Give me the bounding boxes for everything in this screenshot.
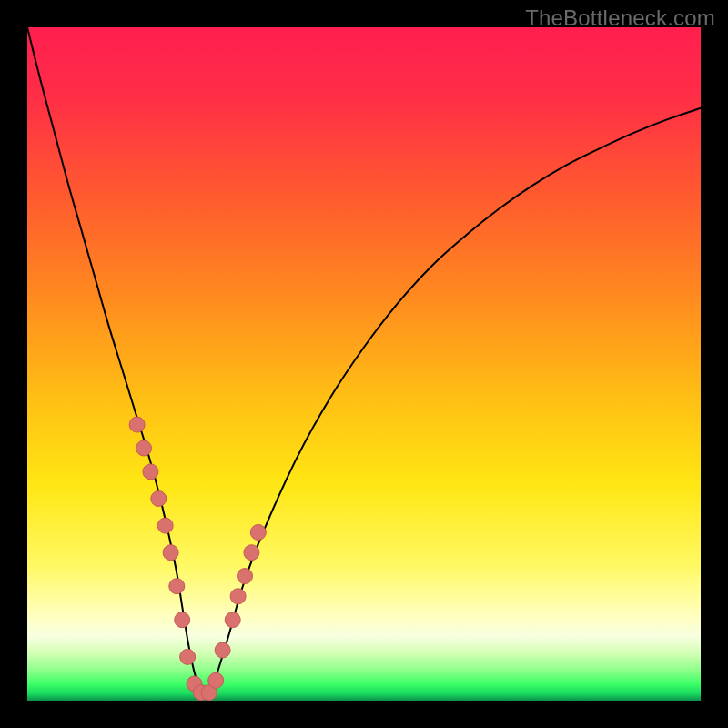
- marker-point: [143, 464, 158, 480]
- marker-point: [151, 491, 167, 507]
- marker-point: [238, 569, 253, 584]
- marker-point: [244, 545, 259, 561]
- marker-point: [129, 417, 145, 432]
- marker-point: [136, 440, 152, 456]
- marker-point: [175, 612, 190, 628]
- marker-point: [225, 612, 240, 628]
- marker-point: [180, 649, 196, 664]
- watermark-text: TheBottleneck.com: [525, 5, 715, 31]
- marker-point: [208, 672, 224, 688]
- plot-area: [27, 27, 701, 701]
- marker-point: [157, 518, 173, 533]
- marker-point: [250, 525, 266, 541]
- marker-point: [215, 642, 230, 658]
- chart-frame: TheBottleneck.com: [0, 0, 728, 728]
- marker-point: [163, 545, 178, 561]
- marker-point: [169, 579, 185, 594]
- gradient-background: [27, 27, 701, 701]
- plot-svg: [27, 27, 701, 701]
- marker-point: [230, 589, 246, 604]
